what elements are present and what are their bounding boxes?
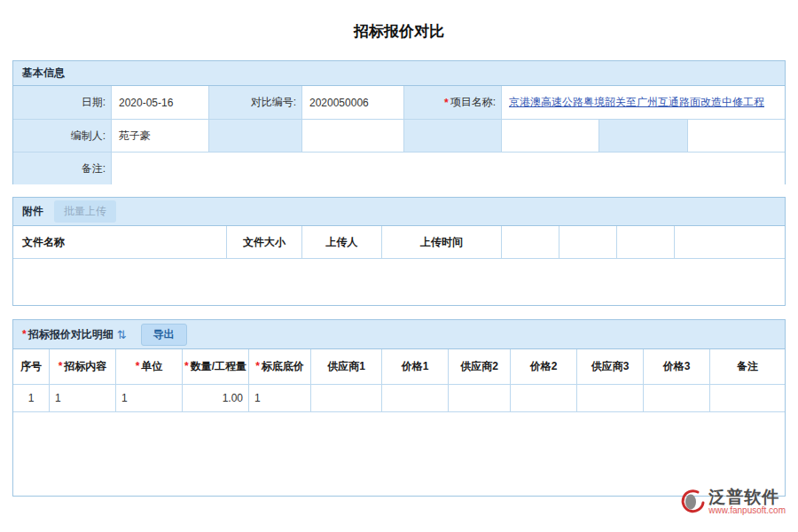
basic-info-row-1: 日期: 2020-05-16 对比编号: 2020050006 * 项目名称: … [13,86,785,120]
col-empty [675,226,785,258]
date-label: 日期: [13,86,112,119]
col-empty [559,226,617,258]
cell-quantity: 1.00 [183,385,249,411]
batch-upload-button[interactable]: 批量上传 [54,200,116,223]
empty-label-cell [209,120,302,152]
required-mark: * [59,360,63,373]
cell-remark [710,385,785,411]
cell-unit: 1 [116,385,183,411]
basic-info-header: 基本信息 [13,61,785,86]
vendor-name: 泛普软件 [708,489,779,506]
col-supplier-1: 供应商1 [311,349,382,384]
empty-value-cell [502,120,599,152]
detail-section-title: 招标报价对比明细 [28,327,113,342]
project-name-cell: 京港澳高速公路粤境韶关至广州互通路面改造中修工程 [502,86,785,119]
col-file-size: 文件大小 [227,226,302,258]
cell-price-1 [382,385,449,411]
required-mark: * [184,360,189,373]
remark-label: 备注: [13,153,112,184]
vendor-logo: 泛普软件 www.fanpusoft.com [676,488,786,516]
remark-value [112,153,785,184]
cell-price-3 [644,385,710,411]
required-mark: * [22,328,27,340]
vendor-logo-text: 泛普软件 www.fanpusoft.com [708,489,786,516]
detail-panel: * 招标报价对比明细 ⇅ 导出 序号 * 招标内容 * 单位 * 数量/工程量 … [12,319,786,497]
col-upload-time: 上传时间 [382,226,502,258]
basic-info-section-title: 基本信息 [22,66,65,81]
attachments-section-title: 附件 [22,204,43,219]
col-price-1: 价格1 [382,349,449,384]
project-name-link[interactable]: 京港澳高速公路粤境韶关至广州互通路面改造中修工程 [509,95,764,110]
date-value: 2020-05-16 [112,86,209,119]
col-uploader: 上传人 [302,226,382,258]
col-base-price: * 标底底价 [249,349,311,384]
cell-base-price: 1 [249,385,311,411]
creator-label: 编制人: [13,120,112,152]
col-bid-content: * 招标内容 [50,349,116,384]
creator-value: 苑子豪 [112,120,209,152]
cell-supplier-2 [449,385,511,411]
detail-data-row: 1 1 1 1.00 1 [13,385,785,412]
col-price-3: 价格3 [644,349,710,384]
empty-label-cell [599,120,688,152]
col-quantity: * 数量/工程量 [183,349,249,384]
col-supplier-3: 供应商3 [577,349,644,384]
required-mark: * [255,360,260,373]
col-unit: * 单位 [116,349,183,384]
sort-icon[interactable]: ⇅ [117,328,127,341]
empty-value-cell [688,120,785,152]
empty-label-cell [404,120,502,152]
basic-info-row-2: 编制人: 苑子豪 [13,120,785,153]
attachments-header: 附件 批量上传 [13,198,785,226]
export-button[interactable]: 导出 [141,324,187,346]
col-seq: 序号 [13,349,50,384]
basic-info-row-3: 备注: [13,153,785,184]
col-empty [502,226,559,258]
cell-supplier-1 [311,385,382,411]
fanpu-logo-icon [676,488,706,516]
col-remark: 备注 [710,349,785,384]
attachments-column-header-row: 文件名称 文件大小 上传人 上传时间 [13,226,785,259]
col-supplier-2: 供应商2 [449,349,511,384]
compare-no-label: 对比编号: [209,86,302,119]
required-mark: * [136,360,140,373]
page-title: 招标报价对比 [0,21,798,42]
attachments-empty-area [13,259,785,305]
vendor-site: www.fanpusoft.com [708,505,786,515]
cell-price-2 [511,385,577,411]
detail-empty-area [13,412,785,495]
attachments-panel: 附件 批量上传 文件名称 文件大小 上传人 上传时间 [12,197,786,306]
cell-bid-content: 1 [50,385,116,411]
compare-no-value: 2020050006 [302,86,404,119]
col-empty [617,226,675,258]
required-mark: * [444,97,449,109]
detail-header: * 招标报价对比明细 ⇅ 导出 [13,320,785,349]
project-name-label: * 项目名称: [404,86,502,119]
basic-info-panel: 基本信息 日期: 2020-05-16 对比编号: 2020050006 * 项… [12,60,786,184]
col-price-2: 价格2 [511,349,577,384]
cell-seq: 1 [13,385,50,411]
cell-supplier-3 [577,385,644,411]
col-file-name: 文件名称 [13,226,227,258]
detail-column-header-row: 序号 * 招标内容 * 单位 * 数量/工程量 * 标底底价 供应商1 价格1 … [13,349,785,385]
empty-value-cell [302,120,404,152]
